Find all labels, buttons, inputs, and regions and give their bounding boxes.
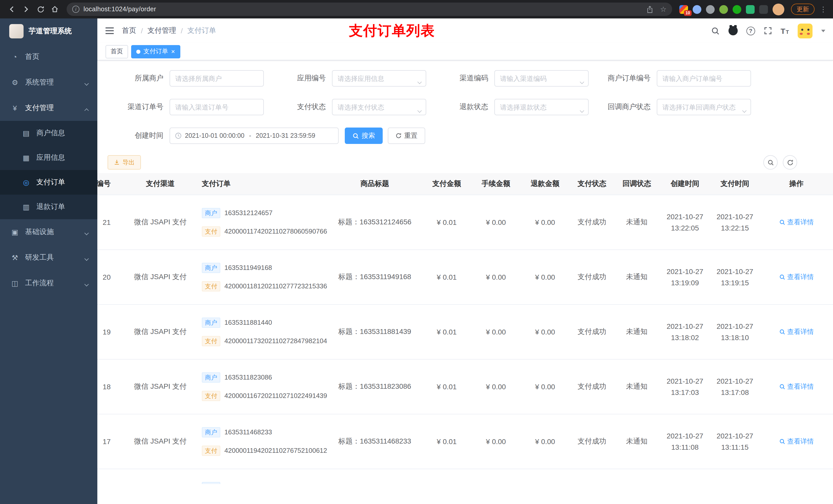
order-id-cell: 21 [97,195,124,249]
puzzle-extensions-icon[interactable] [759,5,768,14]
pay-status-select[interactable] [332,99,426,115]
top-navbar: 首页 / 支付管理 / 支付订单 支付订单列表 ? [97,19,833,43]
pay-amount-cell: ¥ 0.01 [422,195,471,249]
pay-date: 2021-10-27 [711,211,759,222]
fee-amount-cell: ¥ 0.00 [471,249,521,304]
user-avatar[interactable] [798,23,812,38]
view-detail-link[interactable]: 查看详情 [779,217,814,226]
breadcrumb-payment[interactable]: 支付管理 [147,26,176,35]
view-detail-link[interactable]: 查看详情 [779,382,814,391]
header-search-button[interactable] [711,26,719,35]
filter-field: 渠道编码 [432,70,595,87]
extension-icon[interactable] [693,5,701,14]
help-button[interactable]: ? [746,26,755,35]
sidebar-item-infra[interactable]: ▣ 基础设施 [0,219,97,245]
sidebar-item-dev-tools[interactable]: ⚒ 研发工具 [0,245,97,270]
tab-pay-order[interactable]: 支付订单 × [131,45,180,58]
column-header: 支付渠道 [124,173,197,195]
create-time-range-picker[interactable]: 2021-10-01 00:00:00 - 2021-10-31 23:59:5… [170,127,339,144]
refund-status-select[interactable] [494,99,589,115]
pay-date: 2021-10-27 [711,320,759,332]
search-button[interactable]: 搜索 [345,127,383,144]
github-icon[interactable] [728,26,737,35]
sidebar: 芋道管理系统 ◔ 首页 ⚙ 系统管理 ¥ 支付管理 [0,19,97,504]
chevron-down-icon[interactable] [821,29,825,32]
sidebar-toggle-button[interactable] [105,27,114,35]
orders-table-wrap: 编号 支付渠道 支付订单 商品标题 支付金额 手续金额 退款金额 支付状态 回调… [97,173,833,484]
infra-monitor-icon: ▣ [10,228,20,236]
browser-menu-icon[interactable]: ⋮ [820,5,827,13]
view-detail-link[interactable]: 查看详情 [779,437,814,446]
merchant-order-no: 1635311881440 [224,318,272,326]
notify-status-cell: 未通知 [614,195,659,249]
create-time: 13:18:02 [659,332,711,343]
url-text[interactable]: localhost:1024/pay/order [84,6,642,13]
tab-home[interactable]: 首页 [105,45,128,58]
sidebar-item-pay-order[interactable]: ◎ 支付订单 [0,170,97,195]
tab-label: 支付订单 [143,47,168,56]
export-button[interactable]: 导出 [108,155,141,170]
sidebar-item-app-info[interactable]: ▦ 应用信息 [0,145,97,170]
chevron-down-icon [85,78,88,87]
refresh-table-button[interactable] [783,155,797,170]
column-header: 商品标题 [327,173,422,195]
sidebar-item-merchant-info[interactable]: ▤ 商户信息 [0,121,97,145]
column-header: 操作 [759,173,833,195]
forward-button[interactable] [20,3,33,16]
breadcrumb-home[interactable]: 首页 [122,26,136,35]
sidebar-item-workflow[interactable]: ◫ 工作流程 [0,270,97,296]
bookmark-star-icon[interactable]: ☆ [660,6,667,13]
sidebar-item-system[interactable]: ⚙ 系统管理 [0,70,97,95]
fee-amount-cell: ¥ 0.00 [471,359,521,414]
view-detail-link[interactable]: 查看详情 [779,272,814,282]
channel-order-no-input[interactable] [170,99,264,115]
workflow-icon: ◫ [10,279,20,287]
app-id-select[interactable] [332,70,426,87]
pay-date: 2021-10-27 [711,430,759,441]
sidebar-item-label: 应用信息 [37,153,65,162]
close-icon[interactable]: × [171,48,175,55]
font-size-button[interactable]: T T [781,26,789,35]
pay-time-cell: 2021-10-27 13:19:15 [711,249,759,304]
channel-code-select[interactable] [494,70,589,87]
pay-date: 2021-10-27 [711,266,759,277]
home-button[interactable] [48,3,62,16]
view-detail-link[interactable]: 查看详情 [779,327,814,336]
share-button[interactable] [646,5,654,13]
address-bar[interactable]: i localhost:1024/pay/order ☆ [67,3,672,16]
order-id-cell: 20 [97,249,124,304]
refund-amount-cell: ¥ 0.00 [521,304,570,359]
date-separator: - [247,132,253,139]
merchant-filter-input[interactable] [170,70,264,87]
order-id-cell: 17 [97,414,124,469]
sidebar-item-payment[interactable]: ¥ 支付管理 [0,95,97,121]
extension-icon[interactable] [733,5,741,14]
table-row: 20 微信 JSAPI 支付 商户 1635311949168 支付 42000… [97,249,833,304]
reload-button[interactable] [34,3,47,16]
fullscreen-button[interactable] [764,27,772,35]
reset-button[interactable]: 重置 [388,127,425,144]
back-button[interactable] [5,3,19,16]
date-end-value: 2021-10-31 23:59:59 [256,132,315,139]
extension-icon[interactable] [706,5,715,14]
orders-table: 编号 支付渠道 支付订单 商品标题 支付金额 手续金额 退款金额 支付状态 回调… [97,173,833,484]
sidebar-item-refund-order[interactable]: ▥ 退款订单 [0,195,97,219]
browser-update-button[interactable]: 更新 [791,4,814,15]
site-info-icon[interactable]: i [72,6,79,13]
app-logo[interactable]: 芋道管理系统 [0,19,97,44]
extension-icon[interactable] [746,5,755,14]
toggle-search-button[interactable] [763,155,778,170]
chevron-down-icon [85,279,88,287]
hamburger-icon [105,27,114,35]
merchant-order-no-input[interactable] [657,70,751,87]
filter-field: 所属商户 [108,70,270,87]
create-date: 2021-10-27 [659,375,711,386]
callback-status-select[interactable] [657,99,751,115]
sidebar-item-home[interactable]: ◔ 首页 [0,44,97,70]
view-detail-label: 查看详情 [787,382,814,391]
reload-icon [37,5,44,13]
extension-icon[interactable] [719,5,728,14]
breadcrumb-separator: / [181,27,183,35]
extension-icon[interactable]: 10 [679,5,688,14]
browser-profile-avatar[interactable] [772,3,784,15]
